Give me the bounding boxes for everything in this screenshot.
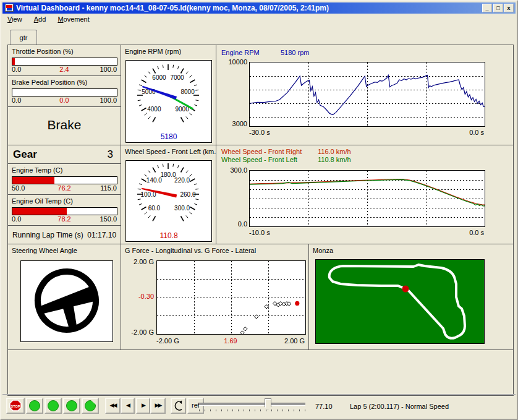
lap-time-value: 01:17.10 — [87, 231, 116, 239]
play-speed-2-button[interactable] — [45, 398, 62, 414]
engine-temp-title: Engine Temp (C) — [12, 166, 62, 174]
app-icon — [5, 4, 14, 12]
gear-label: Gear — [13, 148, 37, 161]
speed-gauge-dial: 60.0100.0140.0180.0220.0260.0300.0 110.8 — [125, 160, 212, 242]
brake-pedal-max: 100.0 — [100, 96, 117, 104]
loop-button[interactable] — [171, 398, 186, 414]
timeline-slider-thumb[interactable] — [265, 398, 271, 410]
steering-wheel-icon — [21, 261, 113, 341]
timeline-slider-track[interactable] — [199, 403, 305, 406]
rewind-icon: ◀◀ — [110, 402, 116, 408]
rpm-chart-value: 5180 rpm — [281, 49, 309, 56]
menu-bar: View Add Movement — [2, 14, 516, 25]
green-light-icon — [47, 400, 59, 412]
play-speed-3-button[interactable] — [63, 398, 80, 414]
minimize-button[interactable]: _ — [482, 4, 492, 12]
gforce-xmax: 2.00 G — [274, 337, 305, 345]
svg-text:220.0: 220.0 — [174, 177, 190, 184]
oil-temp-panel: Engine Oil Temp (C) 0.078.2150.0 — [7, 194, 121, 226]
menu-add[interactable]: Add — [29, 14, 51, 24]
ref-button[interactable]: ref — [187, 398, 204, 414]
step-forward-button[interactable]: ▶ — [136, 398, 150, 414]
fast-forward-button[interactable]: ▶▶ — [150, 398, 166, 414]
brake-indicator-panel: Brake — [7, 106, 121, 145]
track-map — [315, 259, 485, 344]
ws-fr-name: Wheel Speed - Front Right — [221, 148, 302, 155]
ws-chart-ymax: 300.0 — [220, 166, 247, 174]
ws-chart-ymin: 0.0 — [220, 220, 247, 228]
car-position-marker — [402, 286, 409, 293]
rpm-chart-ymin: 3000 — [220, 120, 247, 127]
gear-panel: Gear 3 — [7, 145, 121, 164]
svg-text:300.0: 300.0 — [174, 205, 190, 212]
rewind-button[interactable]: ◀◀ — [105, 398, 121, 414]
green-light-icon — [66, 400, 78, 412]
green-light-icon — [28, 400, 41, 412]
gear-value: 3 — [108, 148, 113, 161]
brake-pedal-bar — [12, 88, 117, 96]
rpm-chart-plot — [249, 62, 485, 127]
lap-time-panel: Running Lap Time (s) 01:17.10 — [7, 225, 121, 244]
throttle-max: 100.0 — [100, 66, 117, 73]
stop-sign-icon: STOP — [9, 400, 22, 412]
play-speed-1-button[interactable] — [26, 398, 43, 414]
menu-view[interactable]: View — [2, 14, 27, 24]
throttle-bar — [12, 58, 117, 66]
step-back-button[interactable]: ◀ — [121, 398, 135, 414]
engine-temp-bar — [12, 176, 117, 184]
lap-status: Lap 5 (2:00.117) - Normal Speed — [350, 403, 449, 410]
brake-indicator-text: Brake — [8, 118, 121, 132]
monza-track-icon — [316, 260, 484, 343]
gforce-ymax: 2.00 G — [125, 258, 154, 265]
play-speed-max-button[interactable] — [82, 398, 99, 414]
rpm-chart-xmax: 0.0 s — [453, 129, 484, 136]
ws-fr-value: 116.0 km/h — [318, 148, 351, 155]
engine-temp-panel: Engine Temp (C) 50.076.2115.0 — [7, 163, 121, 195]
gforce-ycurrent: -0.30 — [125, 293, 154, 300]
timeline-position: 77.10 — [315, 403, 333, 410]
svg-text:9000: 9000 — [176, 106, 190, 113]
menu-movement[interactable]: Movement — [53, 14, 94, 24]
ws-fl-name: Wheel Speed - Front Left — [221, 156, 297, 163]
empty-panel — [7, 349, 514, 396]
ws-chart-xmax: 0.0 s — [453, 229, 484, 236]
track-map-panel: Monza — [308, 244, 514, 350]
lap-time-label: Running Lap Time (s) — [12, 231, 83, 239]
oil-temp-title: Engine Oil Temp (C) — [12, 197, 73, 205]
rpm-chart-name: Engine RPM — [221, 49, 260, 56]
virtual-dashboard-window: Virtual Dashboard - kenny moc14-41_08-07… — [0, 0, 518, 420]
svg-text:6000: 6000 — [152, 74, 166, 81]
rpm-chart-xmin: -30.0 s — [249, 129, 270, 136]
svg-text:7000: 7000 — [170, 74, 184, 81]
title-bar: Virtual Dashboard - kenny moc14-41_08-07… — [2, 2, 516, 14]
step-forward-icon: ▶ — [142, 402, 145, 408]
ws-chart-xmin: -10.0 s — [249, 229, 270, 236]
oil-temp-bar — [12, 207, 117, 215]
gforce-plot — [156, 260, 306, 335]
maximize-button[interactable]: □ — [493, 4, 503, 12]
gforce-title: G Force - Longitudinal vs. G Force - Lat… — [125, 247, 256, 254]
tab-gtr[interactable]: gtr — [10, 30, 37, 45]
steering-panel: Steering Wheel Angle — [7, 244, 121, 350]
track-map-title: Monza — [313, 247, 333, 254]
svg-text:4000: 4000 — [147, 106, 161, 113]
gforce-ymin: -2.00 G — [125, 328, 154, 336]
speed-gauge-title: Wheel Speed - Front Left (km... — [125, 148, 219, 155]
fast-forward-icon: ▶▶ — [155, 402, 161, 408]
speed-gauge-panel: Wheel Speed - Front Left (km... 60.0100.… — [121, 145, 216, 244]
ws-fl-value: 110.8 km/h — [318, 156, 351, 163]
close-button[interactable]: x — [504, 4, 514, 12]
playback-toolbar: STOP ◀◀ ◀ ▶ ▶▶ ref — [2, 394, 516, 418]
stop-button[interactable]: STOP — [6, 398, 25, 414]
gforce-panel: G Force - Longitudinal vs. G Force - Lat… — [121, 244, 309, 350]
rpm-chart-ymax: 10000 — [220, 58, 247, 66]
engine-temp-max: 115.0 — [100, 184, 117, 192]
rpm-gauge-dial: 400050006000700080009000 5180 — [125, 60, 212, 143]
timeline-slider-ticks — [199, 409, 305, 411]
svg-text:8000: 8000 — [180, 88, 195, 95]
speed-gauge-value: 110.8 — [126, 231, 211, 240]
oil-temp-max: 150.0 — [100, 215, 117, 223]
steering-title: Steering Wheel Angle — [12, 247, 77, 254]
svg-text:STOP: STOP — [11, 405, 20, 408]
window-title: Virtual Dashboard - kenny moc14-41_08-07… — [16, 2, 329, 14]
